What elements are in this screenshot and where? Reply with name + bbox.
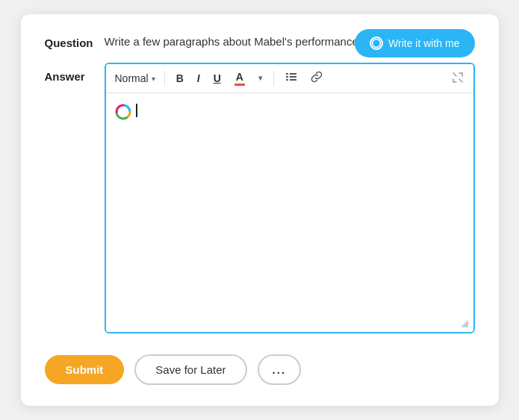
chevron-down-color-icon[interactable]: ▾ [253, 72, 267, 85]
bottom-bar: Submit Save for Later ... [45, 354, 475, 385]
submit-button[interactable]: Submit [45, 355, 125, 384]
list-button[interactable] [280, 68, 302, 89]
spinner-container [115, 104, 131, 122]
answer-row: Answer Normal ▾ B I U A ▾ [45, 63, 475, 333]
bold-button[interactable]: B [171, 70, 189, 87]
question-label: Question [45, 35, 105, 49]
svg-rect-6 [290, 79, 296, 81]
format-label: Normal [115, 72, 149, 84]
toolbar-divider-2 [273, 71, 274, 86]
svg-rect-1 [286, 73, 288, 75]
main-card: Question Write a few paragraphs about Ma… [21, 14, 499, 406]
circle-icon [370, 37, 383, 50]
write-with-me-button[interactable]: Write it with me [355, 29, 474, 57]
save-later-button[interactable]: Save for Later [134, 354, 246, 385]
svg-rect-5 [286, 79, 288, 81]
editor-resize: ◢ [461, 317, 468, 328]
italic-button[interactable]: I [192, 70, 205, 87]
color-bar [234, 84, 245, 86]
color-a-label: A [236, 71, 243, 84]
link-button[interactable] [305, 68, 328, 89]
more-button[interactable]: ... [258, 354, 302, 385]
format-select[interactable]: Normal ▾ [112, 71, 158, 86]
chevron-down-icon: ▾ [152, 75, 155, 83]
toolbar-divider-1 [164, 71, 165, 86]
svg-point-0 [373, 40, 381, 48]
editor-body[interactable]: ◢ [106, 93, 473, 332]
svg-rect-4 [290, 76, 296, 78]
answer-label: Answer [45, 63, 105, 83]
expand-button[interactable] [448, 70, 467, 87]
text-cursor [136, 104, 137, 117]
color-button[interactable]: A [229, 69, 250, 89]
editor-container: Normal ▾ B I U A ▾ [105, 63, 475, 333]
editor-toolbar: Normal ▾ B I U A ▾ [106, 64, 473, 93]
question-row: Question Write a few paragraphs about Ma… [45, 35, 475, 49]
svg-rect-3 [286, 76, 288, 78]
svg-rect-2 [290, 73, 296, 75]
write-with-me-label: Write it with me [388, 37, 459, 49]
underline-button[interactable]: U [208, 70, 226, 87]
